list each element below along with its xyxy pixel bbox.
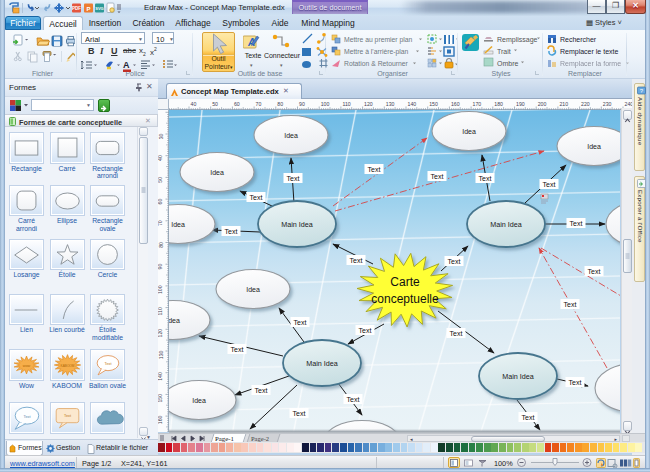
svg-text:Rotation & Retourner: Rotation & Retourner [344,60,409,67]
svg-text:90: 90 [299,101,305,107]
svg-text:Trait: Trait [497,48,511,55]
svg-text:80: 80 [158,242,164,248]
svg-text:Text: Text [64,414,72,418]
svg-text:Main Idea: Main Idea [490,220,522,229]
svg-text:Idea: Idea [587,143,601,150]
svg-text:170: 170 [473,101,482,107]
svg-text:110: 110 [158,307,164,315]
svg-text:Idea: Idea [284,132,298,139]
svg-text:Idea: Idea [171,221,185,228]
svg-text:40: 40 [158,155,164,161]
svg-text:Idea: Idea [210,169,224,176]
svg-text:120: 120 [158,329,164,338]
svg-text:50: 50 [158,177,164,183]
svg-text:100: 100 [321,101,330,107]
svg-text:60: 60 [234,101,240,107]
svg-text:Text: Text [24,415,32,419]
svg-text:Text: Text [564,301,577,308]
svg-text:130: 130 [386,101,395,107]
svg-text:Text: Text [588,268,601,275]
svg-text:Main Idea: Main Idea [502,372,534,381]
svg-text:Text: Text [368,166,381,173]
svg-text:Remplacer la forme: Remplacer la forme [560,60,621,68]
svg-text:220: 220 [581,101,590,107]
svg-text:Text: Text [293,410,306,417]
svg-text:Ombre: Ombre [497,60,519,67]
svg-text:Text: Text [350,257,363,264]
svg-text:Remplacer le texte: Remplacer le texte [560,48,618,56]
svg-text:Text: Text [570,220,583,227]
svg-text:A: A [123,60,130,70]
svg-text:190: 190 [516,101,525,107]
svg-text:230: 230 [603,101,612,107]
svg-text:Text: Text [225,228,238,235]
svg-text:130: 130 [158,350,164,359]
svg-text:Main Idea: Main Idea [281,220,313,229]
svg-text:wow: wow [23,364,31,368]
svg-text:Idea: Idea [462,128,476,135]
svg-text:140: 140 [158,372,164,381]
svg-text:70: 70 [158,220,164,226]
svg-text:Text: Text [569,379,582,386]
svg-text:210: 210 [559,101,568,107]
svg-text:Main Idea: Main Idea [306,359,338,368]
svg-text:Text: Text [479,175,492,182]
svg-text:KABOOM: KABOOM [60,364,74,368]
svg-text:30: 30 [158,133,164,139]
svg-text:150: 150 [158,394,164,403]
svg-text:conceptuelle: conceptuelle [371,292,439,306]
svg-text:Rechercher: Rechercher [560,36,597,43]
svg-text:Text: Text [294,319,307,326]
svg-text:100: 100 [158,285,164,294]
svg-text:Idea: Idea [246,286,260,293]
svg-text:110: 110 [342,101,350,107]
svg-text:90: 90 [158,264,164,270]
svg-text:Text: Text [431,173,444,180]
svg-text:70: 70 [256,101,262,107]
svg-text:Idea: Idea [192,397,206,404]
svg-text:Text: Text [231,346,244,353]
svg-text:200: 200 [538,101,547,107]
svg-text:Mettre à l'arrière-plan: Mettre à l'arrière-plan [344,48,409,56]
svg-text:Text: Text [522,414,535,421]
svg-text:Text: Text [347,396,360,403]
svg-text:160: 160 [451,101,460,107]
svg-text:140: 140 [408,101,417,107]
svg-text:160: 160 [158,415,164,424]
svg-text:120: 120 [364,101,373,107]
svg-text:Mettre au premier plan: Mettre au premier plan [344,36,413,44]
svg-text:Text: Text [287,175,300,182]
svg-text:240: 240 [625,101,633,107]
svg-text:60: 60 [158,198,164,204]
svg-text:Text: Text [105,362,113,366]
svg-text:80: 80 [277,101,283,107]
svg-text:PDF: PDF [72,6,81,11]
svg-text:Remplissage: Remplissage [497,36,538,44]
svg-text:Text: Text [250,194,263,201]
svg-text:Text: Text [448,258,461,265]
svg-text:180: 180 [494,101,503,107]
svg-text:Idea: Idea [169,317,180,324]
svg-text:Carte: Carte [390,275,420,289]
svg-text:Text: Text [359,327,372,334]
svg-text:Text: Text [450,330,463,337]
svg-text:P: P [86,6,90,12]
svg-text:Text: Text [255,387,268,394]
svg-text:150: 150 [429,101,438,107]
svg-text:SVG: SVG [95,6,103,11]
svg-text:50: 50 [212,101,218,107]
svg-text:40: 40 [191,101,197,107]
svg-text:Text: Text [543,181,556,188]
